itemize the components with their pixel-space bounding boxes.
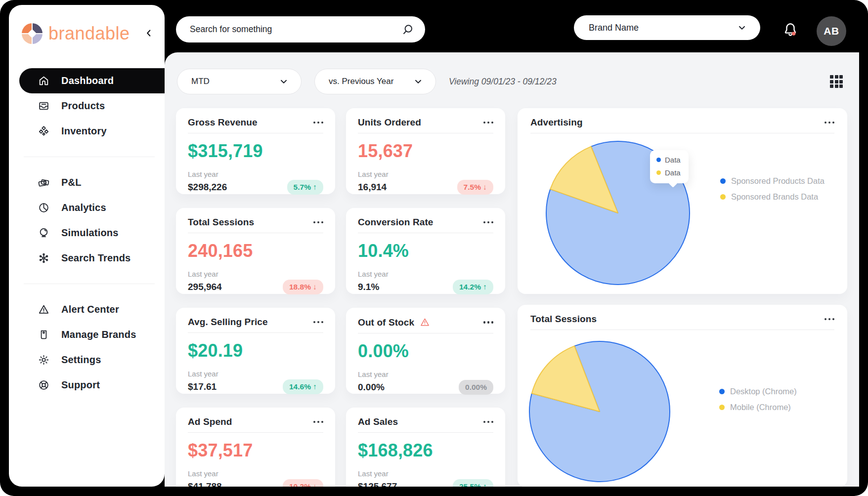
brand-selector-label: Brand Name bbox=[589, 23, 639, 33]
sidebar-item-label: Dashboard bbox=[61, 75, 114, 86]
unread-dot bbox=[792, 32, 796, 36]
legend-row: Desktop (Chrome) bbox=[719, 387, 797, 396]
kpi-lastyear-label: Last year bbox=[188, 469, 323, 478]
search-trends-icon bbox=[37, 252, 50, 265]
card-menu-button[interactable] bbox=[478, 119, 494, 127]
kpi-value: 0.00% bbox=[358, 341, 493, 362]
sidebar-item-settings[interactable]: Settings bbox=[19, 347, 165, 372]
card-title: Total Sessions bbox=[530, 314, 597, 325]
card-menu-button[interactable] bbox=[308, 119, 324, 127]
sidebar-item-dashboard[interactable]: Dashboard bbox=[19, 68, 165, 93]
sidebar-item-label: Products bbox=[61, 100, 105, 112]
card-menu-button[interactable] bbox=[308, 318, 324, 327]
legend-label: Desktop (Chrome) bbox=[730, 387, 797, 396]
card-menu-button[interactable] bbox=[820, 119, 835, 127]
sidebar-item-manage-brands[interactable]: Manage Brands bbox=[19, 322, 165, 347]
kpi-card-gross-revenue: Gross Revenue $315,719 Last year $298,22… bbox=[176, 108, 335, 194]
sidebar-divider bbox=[24, 284, 155, 284]
kpi-value: 15,637 bbox=[358, 141, 493, 162]
layout-grid-icon[interactable] bbox=[830, 75, 843, 88]
logo-row: brandable bbox=[22, 21, 158, 46]
kpi-card-conversion-rate: Conversion Rate 10.4% Last year 9.1% 14.… bbox=[346, 208, 505, 294]
search-input[interactable] bbox=[189, 24, 401, 35]
kpi-change-badge: 10.2% ↓ bbox=[283, 479, 323, 487]
kpi-lastyear-value: $41,788 bbox=[188, 481, 222, 487]
sidebar-item-alert-center[interactable]: Alert Center bbox=[19, 297, 165, 322]
kpi-lastyear-label: Last year bbox=[358, 469, 493, 478]
period-dropdown[interactable]: MTD bbox=[177, 69, 302, 94]
chart-tooltip: Data Data bbox=[650, 150, 689, 183]
sidebar-item-p-l[interactable]: P&L bbox=[19, 170, 165, 195]
sidebar-item-label: Manage Brands bbox=[61, 329, 136, 340]
legend-row: Mobile (Chrome) bbox=[719, 403, 797, 412]
legend-dot-icon bbox=[719, 405, 725, 410]
card-menu-button[interactable] bbox=[308, 418, 324, 426]
sidebar-item-simulations[interactable]: Simulations bbox=[19, 220, 165, 246]
sidebar: brandable Dashboard Products Inventory P… bbox=[9, 5, 165, 487]
legend-row: Sponsored Brands Data bbox=[720, 192, 825, 202]
sidebar-item-products[interactable]: Products bbox=[19, 93, 165, 119]
period-dropdown-value: MTD bbox=[191, 77, 210, 86]
legend-label: Mobile (Chrome) bbox=[730, 403, 791, 412]
kpi-card-total-sessions: Total Sessions 240,165 Last year 295,964… bbox=[176, 208, 335, 294]
manage-brands-icon bbox=[37, 329, 50, 341]
card-title: Advertising bbox=[530, 117, 583, 128]
total-sessions-chart-card: Total Sessions Desktop (Chrome) Mobile (… bbox=[518, 305, 847, 487]
search-icon[interactable] bbox=[401, 23, 414, 36]
pnl-icon bbox=[37, 176, 50, 189]
avatar[interactable]: AB bbox=[817, 16, 846, 46]
kpi-card-ad-spend: Ad Spend $37,517 Last year $41,788 10.2%… bbox=[176, 408, 335, 487]
logo-text: brandable bbox=[48, 23, 130, 44]
kpi-lastyear-value: 9.1% bbox=[358, 282, 379, 292]
kpi-value: $37,517 bbox=[188, 440, 323, 461]
card-menu-button[interactable] bbox=[308, 218, 324, 227]
tooltip-row: Data bbox=[656, 168, 681, 177]
legend-label: Sponsored Brands Data bbox=[731, 192, 818, 202]
app-frame: brandable Dashboard Products Inventory P… bbox=[0, 0, 868, 496]
sidebar-item-analytics[interactable]: Analytics bbox=[19, 195, 165, 220]
chevron-left-icon bbox=[143, 28, 154, 39]
legend-dot-icon bbox=[720, 178, 726, 184]
sidebar-item-label: Support bbox=[61, 379, 100, 391]
tooltip-dot-icon bbox=[656, 170, 661, 175]
kpi-value: 240,165 bbox=[188, 241, 323, 261]
tooltip-label: Data bbox=[665, 168, 681, 177]
sidebar-collapse-button[interactable] bbox=[142, 26, 156, 40]
simulations-icon bbox=[37, 227, 50, 240]
kpi-title: Total Sessions bbox=[188, 217, 254, 228]
brand-selector[interactable]: Brand Name bbox=[574, 15, 760, 40]
sidebar-item-label: P&L bbox=[61, 177, 82, 188]
chevron-down-icon bbox=[278, 76, 289, 87]
legend-dot-icon bbox=[719, 389, 725, 394]
kpi-lastyear-label: Last year bbox=[188, 370, 323, 378]
kpi-value: $315,719 bbox=[188, 141, 323, 162]
kpi-lastyear-value: 0.00% bbox=[358, 382, 385, 393]
products-icon bbox=[37, 100, 50, 113]
home-icon bbox=[37, 75, 50, 87]
search-bar[interactable] bbox=[176, 16, 425, 42]
kpi-grid: Gross Revenue $315,719 Last year $298,22… bbox=[176, 108, 505, 487]
sidebar-item-inventory[interactable]: Inventory bbox=[19, 119, 165, 144]
total-sessions-pie-chart[interactable] bbox=[525, 337, 674, 486]
sidebar-item-support[interactable]: Support bbox=[19, 372, 165, 398]
kpi-change-badge: 14.2% ↑ bbox=[453, 280, 493, 294]
card-menu-button[interactable] bbox=[478, 318, 494, 327]
kpi-change-badge: 18.8% ↓ bbox=[283, 280, 323, 294]
legend-label: Sponsored Products Data bbox=[731, 176, 825, 186]
kpi-title: Avg. Selling Price bbox=[188, 317, 268, 328]
card-menu-button[interactable] bbox=[478, 218, 494, 227]
sidebar-item-label: Alert Center bbox=[61, 304, 119, 315]
comparison-dropdown[interactable]: vs. Previous Year bbox=[314, 69, 436, 94]
notifications-bell[interactable] bbox=[781, 20, 800, 40]
kpi-value: $20.19 bbox=[188, 340, 323, 361]
kpi-change-badge: 7.5% ↓ bbox=[457, 180, 493, 195]
card-menu-button[interactable] bbox=[478, 418, 494, 426]
kpi-lastyear-label: Last year bbox=[358, 170, 493, 178]
kpi-card-ad-sales: Ad Sales $168,826 Last year $125,677 25.… bbox=[346, 408, 505, 487]
card-menu-button[interactable] bbox=[820, 315, 835, 324]
sidebar-item-search-trends[interactable]: Search Trends bbox=[19, 246, 165, 271]
chart-legend: Desktop (Chrome) Mobile (Chrome) bbox=[719, 387, 797, 412]
analytics-icon bbox=[37, 202, 50, 214]
kpi-card-out-of-stock: Out of Stock 0.00% Last year 0.00% 0.00% bbox=[346, 308, 505, 394]
kpi-title: Out of Stock bbox=[358, 317, 414, 328]
